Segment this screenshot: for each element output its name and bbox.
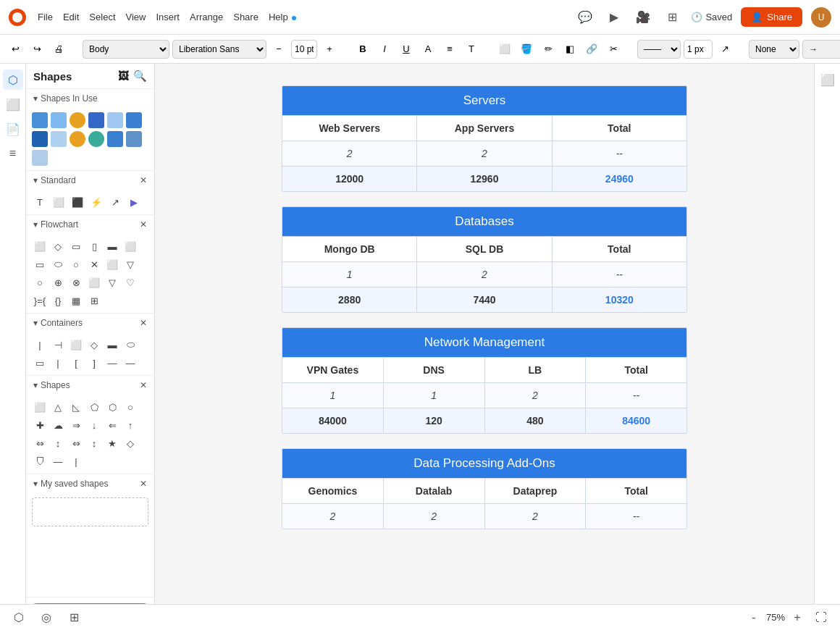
swatch[interactable] bbox=[88, 131, 104, 147]
right-expand[interactable]: ⬜ bbox=[818, 70, 838, 90]
sh-down[interactable]: ↓ bbox=[86, 417, 102, 433]
fullscreen-icon[interactable]: ⛶ bbox=[811, 608, 831, 628]
fc-code[interactable]: {} bbox=[50, 293, 66, 308]
fc-heart[interactable]: ♡ bbox=[122, 274, 138, 290]
yellow-rect-shape[interactable]: ⬛ bbox=[70, 194, 85, 210]
cont-line[interactable]: | bbox=[32, 337, 48, 353]
text-shape[interactable]: T bbox=[32, 194, 48, 210]
fc-plus[interactable]: ⊕ bbox=[50, 274, 66, 290]
edit-button[interactable]: ✂ bbox=[604, 40, 623, 59]
sh-rect[interactable]: ⬜ bbox=[32, 399, 48, 415]
fill-button[interactable]: 🪣 bbox=[517, 40, 536, 59]
swatch[interactable] bbox=[32, 150, 48, 166]
fc-x[interactable]: ✕ bbox=[86, 256, 102, 272]
cont-oval[interactable]: ⬭ bbox=[122, 337, 138, 353]
arrow-shape[interactable]: ↗ bbox=[107, 194, 123, 210]
zoom-in-button[interactable]: + bbox=[789, 610, 805, 626]
cont-rect[interactable]: ⬜ bbox=[68, 337, 84, 353]
arrow-end-select[interactable]: → bbox=[802, 40, 840, 59]
menu-file[interactable]: File bbox=[38, 12, 53, 22]
sh-arr-r[interactable]: ⇒ bbox=[68, 417, 84, 433]
section-header-flowchart[interactable]: ▾ Flowchart ✕ bbox=[26, 215, 154, 234]
fc-triangle[interactable]: ▽ bbox=[122, 256, 138, 272]
canvas[interactable]: Servers Web Servers App Servers Total 2 … bbox=[155, 64, 814, 630]
fc-rect3[interactable]: ⬜ bbox=[104, 256, 120, 272]
cont-diamond[interactable]: ◇ bbox=[86, 337, 102, 353]
underline-button[interactable]: U bbox=[397, 40, 416, 59]
cont-narrow[interactable]: ▬ bbox=[104, 337, 120, 353]
swatch[interactable] bbox=[88, 112, 104, 128]
cont-rounded[interactable]: ▭ bbox=[32, 355, 48, 371]
italic-button[interactable]: I bbox=[375, 40, 394, 59]
font-size-plus[interactable]: + bbox=[320, 40, 339, 59]
menu-select[interactable]: Select bbox=[89, 12, 115, 22]
layers-icon[interactable]: ⬡ bbox=[9, 608, 29, 628]
cont-h[interactable]: ⊣ bbox=[50, 337, 66, 353]
swatch[interactable] bbox=[32, 131, 48, 147]
shape-button[interactable]: ⬜ bbox=[495, 40, 514, 59]
section-header-shapes[interactable]: ▾ Shapes ✕ bbox=[26, 376, 154, 395]
sidebar-search-icon[interactable]: 🔍 bbox=[133, 70, 147, 83]
menu-help[interactable]: Help bbox=[269, 12, 296, 22]
fc-rounded2[interactable]: ▭ bbox=[32, 256, 48, 272]
swatch[interactable] bbox=[126, 131, 142, 147]
swatch[interactable] bbox=[107, 131, 123, 147]
fc-rect[interactable]: ⬜ bbox=[32, 238, 48, 254]
expand-icon[interactable]: ⊞ bbox=[64, 608, 84, 628]
menu-edit[interactable]: Edit bbox=[63, 12, 79, 22]
section-close-icon[interactable]: ✕ bbox=[140, 479, 147, 489]
section-close-icon[interactable]: ✕ bbox=[140, 175, 147, 185]
font-size-minus[interactable]: − bbox=[269, 40, 288, 59]
waypoint-button[interactable]: ↗ bbox=[715, 40, 734, 59]
layers-tool[interactable]: ≡ bbox=[3, 143, 23, 164]
fc-circle[interactable]: ○ bbox=[68, 256, 84, 272]
fc-circle2[interactable]: ○ bbox=[32, 274, 48, 290]
sh-dbl2[interactable]: ⇔ bbox=[68, 435, 84, 451]
swatch[interactable] bbox=[70, 131, 85, 147]
undo-button[interactable]: ↩ bbox=[6, 40, 25, 59]
sh-shield[interactable]: ⛉ bbox=[32, 453, 48, 469]
fc-grid[interactable]: ⊞ bbox=[86, 293, 102, 308]
scene-icon[interactable]: ◎ bbox=[36, 608, 56, 628]
fc-drum[interactable]: ⬭ bbox=[50, 256, 66, 272]
text-align-button[interactable]: T bbox=[462, 40, 481, 59]
line-style-select[interactable]: —— bbox=[637, 40, 681, 59]
menu-arrange[interactable]: Arrange bbox=[190, 12, 223, 22]
link-button[interactable]: 🔗 bbox=[582, 40, 601, 59]
cont-dash[interactable]: — bbox=[104, 355, 120, 371]
sh-triangle[interactable]: △ bbox=[50, 399, 66, 415]
sh-diamond[interactable]: ◇ bbox=[122, 435, 138, 451]
sh-arr-l[interactable]: ⇐ bbox=[104, 417, 120, 433]
menu-insert[interactable]: Insert bbox=[156, 12, 180, 22]
swatch[interactable] bbox=[126, 112, 142, 128]
fc-narrow[interactable]: ▬ bbox=[104, 238, 120, 254]
sh-ud[interactable]: ↕ bbox=[50, 435, 66, 451]
fc-tall[interactable]: ▯ bbox=[86, 238, 102, 254]
section-close-icon[interactable]: ✕ bbox=[140, 318, 147, 328]
font-family-select[interactable]: Liberation Sans bbox=[172, 40, 266, 59]
cont-l[interactable]: [ bbox=[68, 355, 84, 371]
triangle-shape[interactable]: ▶ bbox=[126, 194, 142, 210]
page-tool[interactable]: 📄 bbox=[3, 119, 23, 139]
swatch[interactable] bbox=[32, 112, 48, 128]
sh-line[interactable]: | bbox=[68, 453, 84, 469]
sh-cloud[interactable]: ☁ bbox=[50, 417, 66, 433]
sh-circle[interactable]: ○ bbox=[122, 399, 138, 415]
rect-shape[interactable]: ⬜ bbox=[51, 194, 67, 210]
line-px-input[interactable] bbox=[684, 40, 713, 59]
shapes-tool[interactable]: ⬡ bbox=[3, 70, 23, 90]
font-color-button[interactable]: A bbox=[419, 40, 437, 59]
sh-dbl[interactable]: ⇔ bbox=[32, 435, 48, 451]
sh-dash[interactable]: — bbox=[50, 453, 66, 469]
share-button[interactable]: 👤 Share bbox=[741, 7, 802, 27]
redo-button[interactable]: ↪ bbox=[28, 40, 46, 59]
saved-button[interactable]: 🕐 Saved bbox=[691, 12, 732, 22]
lightning-shape[interactable]: ⚡ bbox=[88, 194, 104, 210]
section-header-shapes-in-use[interactable]: ▾ Shapes In Use bbox=[26, 89, 154, 108]
cursor-tool[interactable]: ⬜ bbox=[3, 94, 23, 114]
arrow-start-select[interactable]: None bbox=[749, 40, 799, 59]
section-close-icon[interactable]: ✕ bbox=[140, 219, 147, 230]
align-button[interactable]: ≡ bbox=[440, 40, 459, 59]
swatch[interactable] bbox=[107, 112, 123, 128]
fc-table[interactable]: ▦ bbox=[68, 293, 84, 308]
